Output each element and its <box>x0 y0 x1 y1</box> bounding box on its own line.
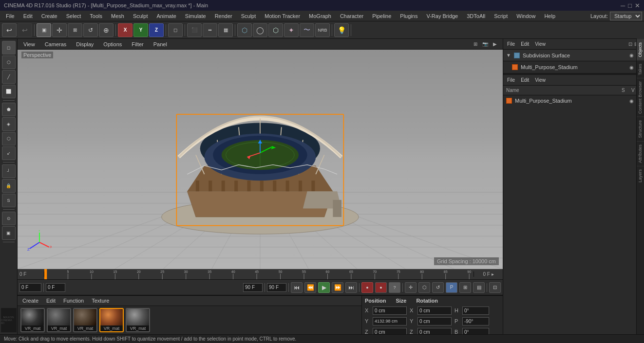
motion-cross-btn[interactable]: ✛ <box>405 282 417 293</box>
play-btn[interactable]: ▶ <box>318 282 330 293</box>
size-y-input[interactable] <box>417 317 452 325</box>
timeline-expand-btn[interactable]: ⊡ <box>489 282 501 293</box>
menu-select[interactable]: Select <box>62 12 85 20</box>
vp-view-menu[interactable]: View <box>21 40 37 48</box>
vp-icon-render[interactable]: ▶ <box>491 40 499 48</box>
attrs-edit-btn[interactable]: Edit <box>519 77 531 83</box>
end-frame-input[interactable] <box>243 283 263 292</box>
attrs-item-row[interactable]: Multi_Purpose_Stadium ◉ 🔒 <box>503 95 644 106</box>
left-points-btn[interactable]: ⬡ <box>2 55 16 69</box>
menu-edit[interactable]: Edit <box>19 12 37 20</box>
motion-key-btn[interactable]: ⬡ <box>418 282 430 293</box>
mat-edit-btn[interactable]: Edit <box>44 297 57 304</box>
attrs-file-btn[interactable]: File <box>505 77 517 83</box>
menu-mograph[interactable]: MoGraph <box>305 12 335 20</box>
attrs-vis-icon[interactable]: ◉ <box>629 98 634 104</box>
select-mode-btn[interactable]: ▣ <box>37 23 51 37</box>
menu-pipeline[interactable]: Pipeline <box>368 12 395 20</box>
nurbs-btn[interactable]: NRB <box>315 23 330 37</box>
obj-view-btn[interactable]: View <box>533 41 548 47</box>
maximize-btn[interactable]: □ <box>628 2 632 9</box>
cube-btn[interactable]: ⬡ <box>237 23 252 37</box>
obj-mode-btn[interactable]: ◻ <box>168 23 183 37</box>
mat-create-btn[interactable]: Create <box>20 297 40 304</box>
obj-file-btn[interactable]: File <box>505 41 517 47</box>
axis-y-btn[interactable]: Y <box>133 23 148 37</box>
rot-h-input[interactable] <box>462 307 489 315</box>
step-back-btn[interactable]: ⏪ <box>304 282 316 293</box>
menu-create[interactable]: Create <box>38 12 61 20</box>
content-browser-tab[interactable]: Content Browser <box>637 78 644 117</box>
axis-z-btn[interactable]: Z <box>149 23 164 37</box>
objects-tab[interactable]: Objects <box>637 39 644 60</box>
menu-sculpt[interactable]: Sculpt <box>129 12 152 20</box>
redo-btn[interactable]: ↩ <box>18 23 32 37</box>
move-mode-btn[interactable]: ✛ <box>52 23 67 37</box>
cylinder-btn[interactable]: ⬡ <box>268 23 283 37</box>
attributes-tab[interactable]: Attributes <box>637 141 644 166</box>
left-objects-btn[interactable]: ◻ <box>2 41 16 54</box>
mat-item-0[interactable]: VR_mat <box>20 308 45 332</box>
mat-item-3[interactable]: VR_mat <box>99 308 124 332</box>
takes-tab[interactable]: Takes <box>637 60 644 78</box>
menu-motion-tracker[interactable]: Motion Tracker <box>261 12 304 20</box>
vp-icon-cam[interactable]: 📷 <box>481 40 489 48</box>
render-settings-btn[interactable]: ⬛ <box>187 23 202 37</box>
menu-script[interactable]: Script <box>490 12 511 20</box>
obj-icon-1[interactable]: ⊡ <box>628 41 632 47</box>
left-tool7[interactable]: S <box>2 194 16 207</box>
left-edges-btn[interactable]: ╱ <box>2 70 16 84</box>
render-region-btn[interactable]: ▪▪ <box>203 23 217 37</box>
alt-end-input[interactable] <box>267 283 286 292</box>
vp-display-menu[interactable]: Display <box>74 40 95 48</box>
undo-btn[interactable]: ↩ <box>2 23 17 37</box>
vp-icon-grid[interactable]: ⊞ <box>472 40 479 48</box>
mat-item-2[interactable]: VR_mat <box>73 308 97 332</box>
menu-help[interactable]: Help <box>540 12 559 20</box>
array-btn[interactable]: ✦ <box>284 23 299 37</box>
scale-mode-btn[interactable]: ⊠ <box>68 23 82 37</box>
minimize-btn[interactable]: ─ <box>621 2 625 9</box>
menu-render[interactable]: Render <box>211 12 236 20</box>
record-btn[interactable]: ● <box>361 282 373 293</box>
menu-character[interactable]: Character <box>336 12 367 20</box>
left-tool8[interactable]: ⊙ <box>2 212 16 225</box>
left-tool6[interactable]: 🔒 <box>2 179 16 193</box>
layout-dropdown[interactable]: Startup <box>610 12 642 20</box>
left-tool2[interactable]: ◈ <box>2 117 16 131</box>
record-auto-btn[interactable]: ● <box>375 282 387 293</box>
left-tool4[interactable]: ↙ <box>2 146 16 160</box>
left-tool3[interactable]: ⬡ <box>2 132 16 145</box>
obj-item-vis-icon[interactable]: ◉ <box>629 65 634 70</box>
motion-grid-btn[interactable]: ⊞ <box>459 282 471 293</box>
menu-vray-bridge[interactable]: V-Ray Bridge <box>422 12 462 20</box>
obj-subdiv-row[interactable]: ▼ Subdivision Surface ◉ 🔒 <box>503 50 644 61</box>
mat-item-4[interactable]: VR_mat <box>126 308 150 332</box>
vp-cameras-menu[interactable]: Cameras <box>43 40 69 48</box>
sphere-btn[interactable]: ◯ <box>253 23 267 37</box>
subdiv-vis-icon[interactable]: ◉ <box>629 53 634 58</box>
vp-filter-menu[interactable]: Filter <box>130 40 145 48</box>
menu-simulate[interactable]: Simulate <box>181 12 210 20</box>
record-settings-btn[interactable]: ? <box>389 282 400 293</box>
spline-btn[interactable]: 〜 <box>300 23 314 37</box>
menu-plugins[interactable]: Plugins <box>396 12 421 20</box>
pos-x-input[interactable] <box>373 307 407 315</box>
size-x-input[interactable] <box>417 307 452 315</box>
go-start-btn[interactable]: ⏮ <box>291 282 303 293</box>
viewport[interactable]: X Y Z Perspective Grid Spacing : 10000 c… <box>18 50 503 269</box>
timeline-ruler[interactable]: 0 F 5 10 15 20 <box>18 269 503 280</box>
menu-window[interactable]: Window <box>512 12 539 20</box>
menu-tools[interactable]: Tools <box>86 12 106 20</box>
motion-layout-btn[interactable]: ▤ <box>473 282 485 293</box>
close-btn[interactable]: ✕ <box>635 2 640 9</box>
left-tool9[interactable]: ▣ <box>2 226 16 240</box>
obj-edit-btn[interactable]: Edit <box>519 41 531 47</box>
mat-texture-btn[interactable]: Texture <box>90 297 111 304</box>
light-btn[interactable]: 💡 <box>334 23 349 37</box>
axis-x-btn[interactable]: X <box>118 23 133 37</box>
attrs-view-btn[interactable]: View <box>533 77 548 83</box>
go-end-btn[interactable]: ⏭ <box>345 282 357 293</box>
start-frame-input[interactable] <box>46 283 65 292</box>
left-tool5[interactable]: ┘ <box>2 164 16 178</box>
